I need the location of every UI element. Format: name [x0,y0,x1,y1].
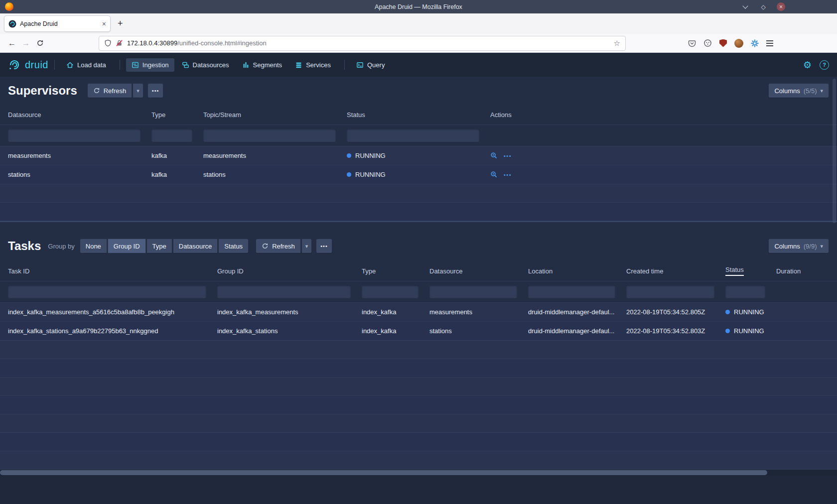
column-header-status[interactable]: Status [347,111,490,119]
supervisors-refresh-button[interactable]: Refresh [87,83,133,98]
new-tab-button[interactable]: + [118,18,123,29]
profile-avatar[interactable] [734,39,743,48]
actions-cell: ••• [490,171,837,178]
status-dot-icon [347,172,351,177]
datasources-icon [182,61,189,69]
ublock-shield-icon[interactable] [719,39,727,47]
supervisors-more-button[interactable]: ••• [147,83,164,98]
datasource-cell: stations [8,171,151,178]
nav-load-data[interactable]: Load data [61,58,112,72]
tracking-shield-icon[interactable] [104,39,112,47]
column-header-created-time[interactable]: Created time [626,267,725,275]
horizontal-scrollbar-thumb[interactable] [0,470,767,475]
group-by-status-button[interactable]: Status [218,239,249,253]
supervisors-table: Datasource Type Topic/Stream Status Acti… [0,105,837,221]
filter-topic-stream-input[interactable] [203,129,336,142]
column-header-datasource[interactable]: Datasource [429,267,528,275]
filter-location-input[interactable] [528,285,615,298]
topic-cell: stations [203,171,347,178]
menu-icon[interactable] [766,40,773,46]
column-header-status-sorted[interactable]: Status [725,266,776,276]
task-id-cell: index_kafka_stations_a9a679b22795b63_nnk… [8,327,217,335]
group-id-cell: index_kafka_measurements [217,308,362,316]
tasks-refresh-caret-button[interactable]: ▾ [301,239,312,253]
supervisor-row-measurements[interactable]: measurements kafka measurements RUNNING [0,146,837,165]
back-button[interactable]: ← [5,37,19,50]
tasks-refresh-button[interactable]: Refresh [256,239,301,253]
tasks-more-button[interactable]: ••• [316,239,332,253]
nav-ingestion[interactable]: Ingestion [126,58,174,72]
close-window-button[interactable]: × [777,2,785,11]
row-actions-menu-icon[interactable]: ••• [504,172,512,178]
filter-type-input[interactable] [362,285,418,298]
group-by-segmented-buttons: None Group ID Type Datasource Status [80,239,249,253]
chevron-down-icon: ▾ [820,88,823,94]
insecure-lock-icon[interactable] [116,39,123,47]
status-badge: RUNNING [355,171,386,178]
url-bar[interactable]: 172.18.0.4:30899/unified-console.html#in… [99,36,626,51]
datasource-cell: measurements [8,152,151,159]
browser-tab-apache-druid[interactable]: Apache Druid × [4,15,111,32]
tab-close-icon[interactable]: × [102,20,106,28]
refresh-icon [93,87,100,94]
filter-datasource-input[interactable] [8,129,140,142]
column-header-task-id[interactable]: Task ID [8,267,217,275]
column-header-group-id[interactable]: Group ID [217,267,362,275]
supervisors-refresh-caret-button[interactable]: ▾ [133,83,143,98]
column-header-type[interactable]: Type [151,111,203,119]
pocket-icon[interactable] [688,39,696,47]
nav-segments[interactable]: Segments [237,58,288,72]
datasource-cell: measurements [429,308,528,316]
maximize-button[interactable]: ◇ [759,2,768,11]
task-row-stations[interactable]: index_kafka_stations_a9a679b22795b63_nnk… [0,322,837,341]
nav-label: Query [367,61,385,69]
nav-services[interactable]: Services [289,58,336,72]
help-icon[interactable]: ? [820,60,829,70]
row-actions-menu-icon[interactable]: ••• [504,153,512,159]
vertical-scrollbar-thumb[interactable] [833,79,836,223]
column-header-topic-stream[interactable]: Topic/Stream [203,111,347,119]
column-header-duration[interactable]: Duration [776,267,837,275]
magnify-icon[interactable] [490,152,498,159]
group-by-type-button[interactable]: Type [146,239,172,253]
filter-task-id-input[interactable] [8,285,206,298]
minimize-button[interactable] [741,2,750,11]
columns-count: (9/9) [804,243,817,250]
url-text[interactable]: 172.18.0.4:30899/unified-console.html#in… [127,39,610,47]
group-by-datasource-button[interactable]: Datasource [173,239,218,253]
group-by-group-id-button[interactable]: Group ID [108,239,146,253]
filter-datasource-input[interactable] [429,285,517,298]
reload-button[interactable] [33,37,47,50]
column-header-actions: Actions [490,111,837,119]
nav-datasources[interactable]: Datasources [176,58,235,72]
supervisor-row-stations[interactable]: stations kafka stations RUNNING [0,165,837,184]
window-title: Apache Druid — Mozilla Firefox [0,3,837,10]
column-header-datasource[interactable]: Datasource [8,111,151,119]
url-path: /unified-console.html#ingestion [177,39,267,47]
column-header-type[interactable]: Type [362,267,429,275]
task-row-measurements[interactable]: index_kafka_measurements_a5616c5ba8afb8b… [0,303,837,322]
supervisors-columns-button[interactable]: Columns (5/5) ▾ [768,83,829,98]
bookmark-star-icon[interactable]: ☆ [614,39,620,48]
account-badge-icon[interactable] [703,39,712,47]
filter-type-input[interactable] [151,129,192,142]
empty-table-row [0,359,837,378]
filter-status-input[interactable] [725,285,765,298]
extension-pinwheel-icon[interactable] [751,39,759,47]
tasks-filter-row [0,281,837,303]
druid-logo[interactable]: druid [8,59,48,71]
forward-button[interactable]: → [19,37,33,50]
status-cell: RUNNING [347,171,490,178]
nav-query[interactable]: Query [351,58,390,72]
filter-status-input[interactable] [347,129,479,142]
gear-icon[interactable]: ⚙ [803,60,812,70]
tasks-columns-button[interactable]: Columns (9/9) ▾ [768,239,829,253]
magnify-icon[interactable] [490,171,498,178]
tasks-section-bar: Tasks Group by None Group ID Type Dataso… [0,231,837,261]
filter-created-time-input[interactable] [626,285,714,298]
filter-group-id-input[interactable] [217,285,351,298]
column-header-location[interactable]: Location [528,267,626,275]
nav-label: Services [306,61,331,69]
horizontal-scrollbar[interactable] [0,470,837,476]
group-by-none-button[interactable]: None [80,239,107,253]
